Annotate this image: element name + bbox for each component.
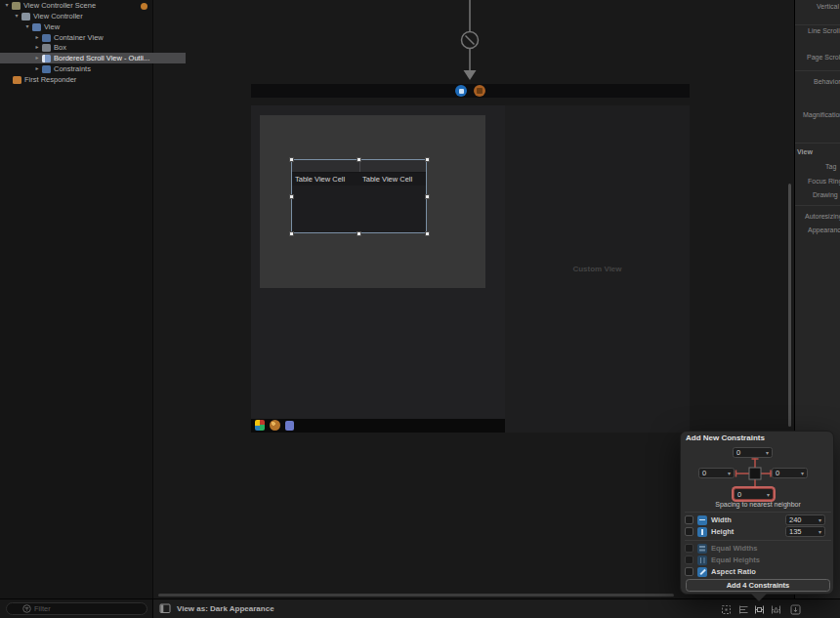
disclosure-collapsed-icon[interactable]: ▸ (33, 63, 41, 74)
height-value-dropdown[interactable]: 135▾ (785, 526, 825, 537)
media-library-icon[interactable] (255, 420, 265, 431)
leading-spacing-value: 0 (702, 469, 706, 477)
document-outline: ▾ View Controller Scene ▾ View Controlle… (0, 0, 153, 598)
filter-field[interactable] (6, 602, 147, 615)
view-as-button[interactable]: View as: Dark Appearance (177, 599, 274, 618)
trailing-spacing-value: 0 (776, 469, 779, 477)
exit-glyph (477, 88, 483, 94)
outline-row-first-responder[interactable]: First Responder (0, 74, 165, 85)
aspect-ratio-icon (697, 567, 707, 577)
inspector-label-page-scroll: Page Scroll (807, 54, 840, 61)
canvas-bottom-bar: View as: Dark Appearance (0, 598, 840, 618)
container-view-icon (42, 34, 51, 42)
view-controller-dock-icon[interactable] (455, 85, 467, 97)
outline-row-bordered-scroll-view[interactable]: ▸ Bordered Scroll View - Outli... (0, 53, 186, 63)
inspector-divider (795, 24, 840, 25)
outline-label: View Controller Scene (23, 0, 96, 11)
width-value-dropdown[interactable]: 240▾ (785, 515, 825, 525)
view-controller-glyph (459, 89, 464, 94)
equal-widths-checkbox[interactable] (685, 544, 693, 553)
document-outline-toggle-icon[interactable] (159, 603, 171, 614)
add-constraints-button[interactable]: Add 4 Constraints (686, 579, 830, 592)
scene-indicator-dot (141, 3, 147, 10)
scene-dock (251, 84, 690, 98)
exit-dock-icon[interactable] (474, 85, 485, 97)
popover-title: Add New Constraints (686, 433, 765, 442)
width-value: 240 (789, 515, 802, 524)
canvas-horizontal-scrollbar[interactable] (158, 594, 674, 597)
equal-widths-label: Equal Widths (711, 544, 757, 553)
trailing-spacing-dropdown[interactable]: 0▾ (772, 468, 808, 478)
inspector-label-autoresizing: Autoresizing (805, 213, 840, 220)
custom-view-label: Custom View (572, 265, 621, 273)
selection-handle-mid-right[interactable] (425, 194, 430, 199)
inspector-label-behavior: Behavior (814, 78, 840, 85)
selection-handle-bottom-right[interactable] (425, 231, 430, 236)
resolve-issues-icon[interactable] (770, 603, 782, 616)
selection-handle-mid-left[interactable] (289, 194, 294, 199)
disclosure-collapsed-icon[interactable]: ▸ (33, 53, 41, 63)
add-constraints-icon[interactable] (753, 603, 766, 616)
inspector-section-view: View (797, 148, 813, 155)
update-frames-icon[interactable] (720, 603, 733, 616)
disclosure-open-icon[interactable]: ▾ (13, 11, 21, 21)
outline-row-box[interactable]: ▸ Box (0, 42, 186, 53)
outline-row-view-controller[interactable]: ▾ View Controller (0, 11, 165, 21)
outline-label: View Controller (33, 11, 83, 21)
color-panel-icon[interactable] (285, 421, 294, 431)
outline-label: First Responder (24, 74, 76, 85)
chevron-down-icon: ▾ (765, 491, 770, 498)
box-icon (42, 44, 51, 52)
height-label: Height (711, 527, 734, 536)
custom-view[interactable]: Custom View (505, 105, 690, 433)
popover-divider (685, 512, 831, 513)
outline-row-constraints[interactable]: ▸ Constraints (0, 63, 186, 74)
column-divider[interactable] (359, 160, 360, 172)
disclosure-open-icon[interactable]: ▾ (23, 21, 31, 32)
filter-input[interactable] (34, 604, 132, 613)
inspector-label-drawing: Drawing (813, 191, 838, 198)
selection-handle-bottom-left[interactable] (289, 231, 294, 236)
outline-label: View (44, 21, 60, 32)
selection-handle-bottom-mid[interactable] (357, 231, 361, 236)
storyboard-entry-arrow[interactable] (444, 0, 495, 84)
chevron-down-icon: ▾ (817, 516, 821, 523)
view-controller-icon (21, 13, 30, 21)
add-new-constraints-popover: Add New Constraints 0▾ 0▾ 0▾ 0▾ Spacing … (680, 431, 834, 595)
embed-icon[interactable] (789, 603, 802, 616)
inspector-divider (795, 70, 840, 71)
disclosure-open-icon[interactable]: ▾ (3, 0, 11, 11)
canvas-vertical-scrollbar[interactable] (788, 184, 791, 427)
inspector-label-magnification: Magnification (803, 111, 840, 118)
outline-row-scene[interactable]: ▾ View Controller Scene (0, 0, 155, 11)
width-checkbox[interactable] (685, 515, 693, 524)
palette-icon[interactable] (270, 420, 280, 431)
top-spacing-value: 0 (736, 448, 740, 457)
bordered-scroll-view-selected[interactable]: Table View Cell Table View Cell (291, 159, 427, 233)
table-view-cell-right[interactable]: Table View Cell (362, 173, 412, 185)
aspect-ratio-checkbox[interactable] (685, 567, 693, 576)
aspect-ratio-label: Aspect Ratio (711, 567, 756, 576)
outline-label: Bordered Scroll View - Outli... (54, 53, 149, 63)
selection-handle-top-mid[interactable] (357, 157, 361, 162)
scroll-view-icon (42, 55, 51, 62)
align-icon[interactable] (737, 603, 750, 616)
top-spacing-dropdown[interactable]: 0▾ (733, 447, 773, 458)
filter-icon (22, 604, 31, 613)
view-icon (32, 23, 41, 31)
selection-handle-top-left[interactable] (289, 157, 294, 162)
table-view-cell-left[interactable]: Table View Cell (295, 173, 345, 185)
selection-handle-top-right[interactable] (425, 157, 430, 162)
spacing-caption: Spacing to nearest neighbor (681, 501, 835, 508)
interface-builder-window: ▾ View Controller Scene ▾ View Controlle… (0, 0, 840, 618)
outline-row-view[interactable]: ▾ View (0, 21, 176, 32)
bottom-spacing-dropdown-focused[interactable]: 0▾ (734, 488, 774, 500)
equal-widths-row: Equal Widths (681, 543, 835, 554)
height-value: 135 (789, 527, 802, 536)
disclosure-collapsed-icon[interactable]: ▸ (33, 42, 41, 53)
inspector-label-vertical: Vertical (817, 3, 839, 10)
equal-heights-checkbox[interactable] (685, 556, 693, 564)
height-checkbox[interactable] (685, 527, 693, 536)
leading-spacing-dropdown[interactable]: 0▾ (698, 468, 735, 478)
view-bottom-strip (251, 419, 505, 433)
